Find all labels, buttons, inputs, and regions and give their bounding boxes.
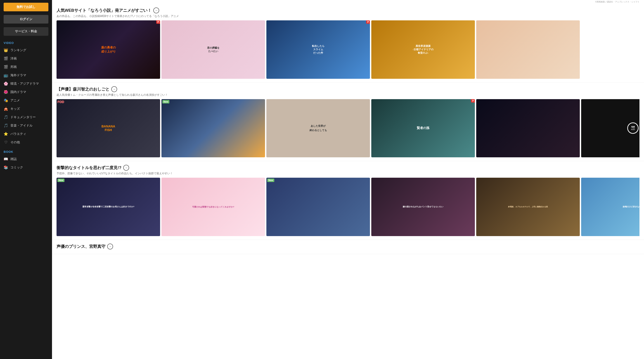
sidebar-item-domestic[interactable]: 🌺 国内ドラマ bbox=[0, 88, 52, 96]
documentary-icon: 🎵 bbox=[4, 115, 8, 119]
thumb-imouto[interactable]: 妹俺だけど好きなのは bbox=[581, 178, 640, 236]
japanese-icon: 🎬 bbox=[4, 65, 8, 69]
sidebar-label-kids: キッズ bbox=[10, 107, 20, 111]
morikawa-section: 【声優】森川智之のおしごと → 超人気俳優トム・クルーズの専属吹き替え声優として… bbox=[52, 83, 644, 161]
sidebar-item-japanese[interactable]: 🎬 邦画 bbox=[0, 63, 52, 71]
video-section-label: VIDEO bbox=[0, 38, 52, 46]
badge-new-ashita: New bbox=[162, 100, 169, 103]
badge-new-yome: New bbox=[267, 179, 274, 182]
thumb-ashita-text[interactable]: あした世界が終わるとしても bbox=[266, 99, 370, 158]
korea-icon: 🌸 bbox=[4, 82, 8, 86]
narou-title: 人気WEBサイト「なろう小説」発アニメがすごい！ bbox=[56, 8, 152, 13]
sidebar-label-domestic: 国内ドラマ bbox=[10, 90, 26, 94]
thumb-kenja-mago[interactable]: 賢者の孫 P bbox=[371, 99, 475, 158]
narou-thumb-row: 盾の勇者の成り上がり P 君の膵臓をたべたい 転生したらスライムだった件 bbox=[56, 20, 640, 79]
music-icon: 🎵 bbox=[4, 123, 8, 128]
sidebar-label-western: 洋画 bbox=[10, 57, 17, 61]
thumb-yome[interactable]: New bbox=[266, 178, 370, 236]
sidebar: 無料でお試し ログイン サービス・料金 VIDEO 👑 ランキング 🎬 洋画 🎬… bbox=[0, 0, 52, 359]
shogeki-desc: 予想外、想像できない、それでいいの!?なタイトルの作品たち。インパクト抜群で覚え… bbox=[56, 172, 640, 175]
western-icon: 🎬 bbox=[4, 56, 8, 61]
morikawa-thumb-row: FOD BANANAFISH New あした世界が終わると bbox=[56, 99, 640, 158]
narou-section: 人気WEBサイト「なろう小説」発アニメがすごい！ → あの作品も、この作品も、小… bbox=[52, 4, 644, 83]
thumb-banana-fish[interactable]: FOD BANANAFISH bbox=[56, 99, 160, 158]
badge-p-kenja: P bbox=[471, 99, 475, 103]
thumb-tate-yusha[interactable]: 盾の勇者の成り上がり P bbox=[56, 20, 160, 79]
overseas-drama-icon: 📺 bbox=[4, 73, 8, 77]
next-section-teaser: 声優のプリンス、宮野真守 → bbox=[52, 240, 644, 254]
sidebar-label-korea: 韓流・アジアドラマ bbox=[10, 82, 39, 86]
sidebar-label-anime: アニメ bbox=[10, 99, 20, 103]
sidebar-item-kids[interactable]: 🎪 キッズ bbox=[0, 105, 52, 113]
sidebar-label-overseas: 海外ドラマ bbox=[10, 73, 26, 77]
variety-icon: ⭐ bbox=[4, 132, 8, 136]
thumb-kimi-suizo[interactable]: 君の膵臓をたべたい bbox=[162, 20, 265, 79]
sidebar-item-manga[interactable]: 📚 コミック bbox=[0, 163, 52, 172]
sidebar-label-magazine: 雑誌 bbox=[10, 157, 17, 161]
shogeki-section: 衝撃的なタイトルを思わず二度見!? → 予想外、想像できない、それでいいの!?な… bbox=[52, 161, 644, 240]
thumb-hotel[interactable]: 終電後、カプセルホテルで、上司に微熱伝わる夜 bbox=[476, 178, 580, 236]
sidebar-item-ranking[interactable]: 👑 ランキング bbox=[0, 46, 52, 54]
sidebar-item-anime[interactable]: 🎭 アニメ bbox=[0, 96, 52, 105]
anime-icon: 🎭 bbox=[4, 98, 8, 103]
badge-p-slime: P bbox=[366, 20, 370, 24]
ranking-icon: 👑 bbox=[4, 48, 8, 52]
sidebar-item-overseas-drama[interactable]: 📺 海外ドラマ bbox=[0, 71, 52, 80]
shogeki-title: 衝撃的なタイトルを思わず二度見!? bbox=[56, 165, 122, 170]
sidebar-item-music[interactable]: 🎵 音楽・アイドル bbox=[0, 121, 52, 130]
thumb-ashita-sekai[interactable]: New bbox=[162, 99, 265, 158]
shogeki-arrow[interactable]: → bbox=[123, 165, 129, 171]
sidebar-label-music: 音楽・アイドル bbox=[10, 124, 32, 128]
thumb-okasan[interactable]: New 通常攻撃が全体攻撃で二回攻撃のお母さんは好きですか? bbox=[56, 178, 160, 236]
sidebar-label-variety: バラエティ bbox=[10, 132, 26, 136]
sidebar-label-manga: コミック bbox=[10, 165, 23, 170]
thumb-narou5[interactable] bbox=[476, 20, 580, 79]
morikawa-arrow[interactable]: → bbox=[111, 86, 117, 92]
sidebar-item-western[interactable]: 🎬 洋画 bbox=[0, 54, 52, 63]
morikawa-title: 【声優】森川智之のおしごと bbox=[56, 87, 110, 92]
login-button[interactable]: ログイン bbox=[4, 15, 48, 24]
thumb-kimetsu-logo[interactable]: 鬼滅の刃 bbox=[581, 99, 640, 158]
kids-icon: 🎪 bbox=[4, 107, 8, 111]
magazine-icon: 📖 bbox=[4, 157, 8, 161]
morikawa-desc: 超人気俳優トム・クルーズの専属吹き替え声優として知られる森川さんの名演技がすごい… bbox=[56, 93, 640, 97]
next-section-arrow[interactable]: → bbox=[107, 244, 113, 249]
thumb-kawaii[interactable]: 可愛ければ変態でも好きになってくれますか? bbox=[162, 178, 265, 236]
book-section-label: BOOK bbox=[0, 146, 52, 155]
service-button[interactable]: サービス・料金 bbox=[4, 27, 48, 36]
manga-icon: 📚 bbox=[4, 165, 8, 170]
sidebar-item-other[interactable]: ♡ その他 bbox=[0, 138, 52, 146]
top-copyright: ©西尾維新／講談社・アニプレックス・シャフト bbox=[52, 0, 644, 4]
sidebar-label-ranking: ランキング bbox=[10, 48, 26, 52]
sidebar-item-variety[interactable]: ⭐ バラエティ bbox=[0, 130, 52, 138]
sidebar-label-japanese: 邦画 bbox=[10, 65, 17, 69]
narou-desc: あの作品も、この作品も、小説投稿WEBサイトで発表された!?ノリにのってる「なろ… bbox=[56, 14, 640, 18]
badge-p-tate: P bbox=[156, 20, 160, 24]
thumb-tensei-slime[interactable]: 転生したらスライムだった件 P bbox=[266, 20, 370, 79]
trial-button[interactable]: 無料でお試し bbox=[4, 3, 48, 11]
fod-label: FOD bbox=[58, 100, 64, 104]
thumb-yome-kao[interactable]: 嫁の顔されながらおパンツ見せてもらいたい bbox=[371, 178, 475, 236]
shogeki-thumb-row: New 通常攻撃が全体攻撃で二回攻撃のお母さんは好きですか? 可愛ければ変態でも… bbox=[56, 178, 640, 236]
sidebar-item-magazine[interactable]: 📖 雑誌 bbox=[0, 155, 52, 163]
narou-arrow[interactable]: → bbox=[153, 8, 159, 13]
sidebar-label-documentary: ドキュメンタリー bbox=[10, 115, 36, 119]
domestic-icon: 🌺 bbox=[4, 90, 8, 94]
next-section-title: 声優のプリンス、宮野真守 bbox=[56, 244, 105, 249]
badge-new-okasan: New bbox=[58, 179, 64, 182]
thumb-isekai-izakaya[interactable]: 異世界居酒屋-古都アイテリアの食堂のぶ- bbox=[371, 20, 475, 79]
main-content: ©西尾維新／講談社・アニプレックス・シャフト 人気WEBサイト「なろう小説」発ア… bbox=[52, 0, 644, 359]
sidebar-label-other: その他 bbox=[10, 140, 20, 144]
sidebar-item-documentary[interactable]: 🎵 ドキュメンタリー bbox=[0, 113, 52, 121]
thumb-kimetsu[interactable] bbox=[476, 99, 580, 158]
sidebar-item-korea[interactable]: 🌸 韓流・アジアドラマ bbox=[0, 80, 52, 88]
other-icon: ♡ bbox=[4, 140, 8, 144]
